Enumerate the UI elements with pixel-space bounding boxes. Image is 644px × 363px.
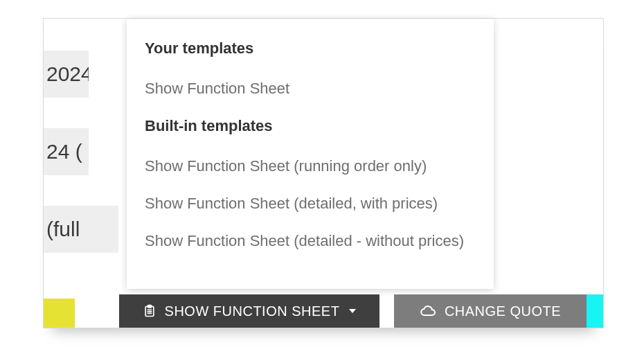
- cloud-icon: [420, 304, 436, 318]
- background-row-text: 2024: [46, 62, 89, 86]
- menu-item-running-order-only[interactable]: Show Function Sheet (running order only): [145, 148, 476, 185]
- footer-chip-cyan: [587, 294, 603, 328]
- clipboard-icon: [143, 303, 156, 319]
- footer-chip-yellow: [44, 299, 75, 328]
- menu-item-show-function-sheet[interactable]: Show Function Sheet: [145, 70, 476, 107]
- background-row: 24 (: [44, 128, 89, 175]
- menu-item-detailed-with-prices[interactable]: Show Function Sheet (detailed, with pric…: [145, 185, 476, 222]
- background-row-text: 24 (: [46, 140, 82, 163]
- svg-rect-1: [147, 306, 151, 308]
- menu-item-detailed-without-prices[interactable]: Show Function Sheet (detailed - without …: [145, 222, 476, 260]
- panel: 2024 24 ( (full Your templates Show Func…: [43, 18, 604, 328]
- app-stage: 2024 24 ( (full Your templates Show Func…: [0, 0, 644, 363]
- menu-section-title-your-templates: Your templates: [145, 39, 476, 57]
- template-dropdown-menu: Your templates Show Function Sheet Built…: [127, 19, 494, 289]
- background-row-text: (full: [46, 218, 80, 241]
- menu-section-title-builtin-templates: Built-in templates: [145, 117, 476, 135]
- show-function-sheet-button[interactable]: SHOW FUNCTION SHEET: [119, 294, 379, 328]
- change-quote-label: CHANGE QUOTE: [445, 303, 561, 319]
- change-quote-button[interactable]: CHANGE QUOTE: [394, 294, 587, 328]
- background-row: (full: [44, 206, 118, 253]
- background-row: 2024: [44, 51, 89, 98]
- show-function-sheet-label: SHOW FUNCTION SHEET: [165, 303, 340, 319]
- chevron-down-icon: [349, 309, 356, 313]
